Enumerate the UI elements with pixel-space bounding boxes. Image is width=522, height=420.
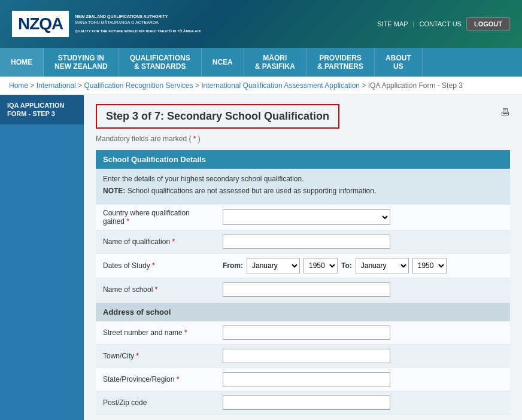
print-icon[interactable]: 🖶: [500, 107, 510, 118]
step-heading: Step 3 of 7: Secondary School Qualificat…: [106, 110, 329, 123]
button-row: Return to Steps Save and Continue: [96, 415, 510, 420]
field-label-state: State/Province/Region *: [96, 368, 216, 391]
nav-maori[interactable]: MĀORI & PASIFIKA: [244, 48, 306, 77]
breadcrumb-home[interactable]: Home: [9, 81, 28, 90]
form-table: Country where qualification gained * Nam…: [96, 205, 510, 302]
sidebar: IQA APPLICATION FORM - STEP 3: [0, 95, 84, 420]
breadcrumb-international[interactable]: International: [37, 81, 76, 90]
field-label-town: Town/City *: [96, 345, 216, 368]
logout-button[interactable]: LOGOUT: [466, 17, 510, 31]
table-row: Town/City *: [96, 345, 510, 368]
nav-studying[interactable]: STUDYING IN NEW ZEALAND: [44, 48, 119, 77]
field-label-country: Country where qualification gained *: [96, 205, 216, 230]
table-row: Country where qualification gained *: [96, 205, 510, 230]
from-year-select[interactable]: 1950: [304, 258, 338, 273]
table-row: Dates of Study * From: January February …: [96, 254, 510, 278]
to-month-select[interactable]: January February March April May June Ju…: [356, 258, 409, 273]
site-map-link[interactable]: SITE MAP: [377, 20, 408, 28]
school-name-input[interactable]: [223, 282, 390, 297]
main-nav: HOME STUDYING IN NEW ZEALAND QUALIFICATI…: [0, 48, 522, 77]
table-row: Post/Zip code: [96, 391, 510, 415]
nav-ncea[interactable]: NCEA: [202, 48, 244, 77]
postzip-input[interactable]: [223, 395, 390, 410]
breadcrumb: Home > International > Qualification Rec…: [0, 77, 522, 95]
section2-header: Address of school: [96, 303, 510, 321]
state-input[interactable]: [223, 372, 390, 386]
table-row: State/Province/Region *: [96, 368, 510, 391]
section1-intro-text: Enter the details of your highest second…: [103, 175, 503, 183]
bc-sep3: >: [195, 81, 201, 90]
table-row: Street number and name *: [96, 321, 510, 345]
main-content: IQA APPLICATION FORM - STEP 3 Step 3 of …: [0, 95, 522, 420]
logo-subtitle1: NEW ZEALAND QUALIFICATIONS AUTHORITY: [75, 14, 201, 20]
section1-intro: Enter the details of your highest second…: [96, 169, 510, 205]
field-label-postzip: Post/Zip code: [96, 391, 216, 415]
nav-home[interactable]: HOME: [0, 48, 44, 77]
contact-us-link[interactable]: CONTACT US: [419, 20, 462, 28]
form-content: Step 3 of 7: Secondary School Qualificat…: [84, 95, 522, 420]
town-input[interactable]: [223, 349, 390, 363]
bc-sep2: >: [78, 81, 84, 90]
address-table: Street number and name * Town/City *: [96, 321, 510, 415]
mandatory-note: Mandatory fields are marked ( * ): [96, 135, 339, 143]
quality-badge: QUALITY FOR THE FUTURE WORLD KIA NOHO TA…: [75, 29, 201, 33]
logo-sub-area: NEW ZEALAND QUALIFICATIONS AUTHORITY MAN…: [75, 14, 201, 35]
logo-subtitle2: MANA TOHU MĀTAURANGA O AOTEAROA: [75, 20, 201, 26]
street-input[interactable]: [223, 325, 390, 340]
breadcrumb-iqa[interactable]: International Qualification Assessment A…: [201, 81, 360, 90]
step-header-box: Step 3 of 7: Secondary School Qualificat…: [96, 104, 339, 150]
table-row: Name of school *: [96, 278, 510, 302]
table-row: Name of qualification *: [96, 230, 510, 254]
logo-area: NZQA NEW ZEALAND QUALIFICATIONS AUTHORIT…: [12, 11, 201, 37]
sidebar-title: IQA APPLICATION FORM - STEP 3: [0, 95, 84, 124]
to-label: To:: [341, 261, 352, 270]
from-label: From:: [223, 261, 243, 270]
bc-sep1: >: [30, 81, 36, 90]
section1-header: School Qualification Details: [96, 150, 510, 169]
qualification-input[interactable]: [223, 235, 390, 249]
nav-about[interactable]: ABOUT US: [375, 48, 423, 77]
header-links: SITE MAP | CONTACT US LOGOUT: [377, 17, 510, 31]
step-header: Step 3 of 7: Secondary School Qualificat…: [96, 104, 339, 129]
nav-providers[interactable]: PROVIDERS & PARTNERS: [306, 48, 375, 77]
dates-row: From: January February March April May J…: [223, 258, 503, 273]
logo-box: NZQA: [12, 11, 69, 37]
breadcrumb-current: IQA Application Form - Step 3: [368, 81, 463, 90]
from-month-select[interactable]: January February March April May June Ju…: [247, 258, 300, 273]
field-label-street: Street number and name *: [96, 321, 216, 345]
logo-text: NZQA: [18, 14, 63, 34]
nav-qualifications[interactable]: QUALIFICATIONS & STANDARDS: [119, 48, 202, 77]
note-label: NOTE:: [103, 187, 125, 195]
note-text: School qualifications are not assessed b…: [128, 187, 377, 195]
field-label-school: Name of school *: [96, 278, 216, 302]
to-year-select[interactable]: 1950: [412, 258, 447, 273]
field-label-qualification: Name of qualification *: [96, 230, 216, 254]
section1-note: NOTE: School qualifications are not asse…: [103, 187, 503, 195]
country-select[interactable]: [223, 209, 390, 225]
header: NZQA NEW ZEALAND QUALIFICATIONS AUTHORIT…: [0, 0, 522, 48]
nav-separator: |: [413, 20, 415, 28]
bc-sep4: >: [362, 81, 368, 90]
breadcrumb-qrs[interactable]: Qualification Recognition Services: [84, 81, 193, 90]
field-label-dates: Dates of Study *: [96, 254, 216, 278]
